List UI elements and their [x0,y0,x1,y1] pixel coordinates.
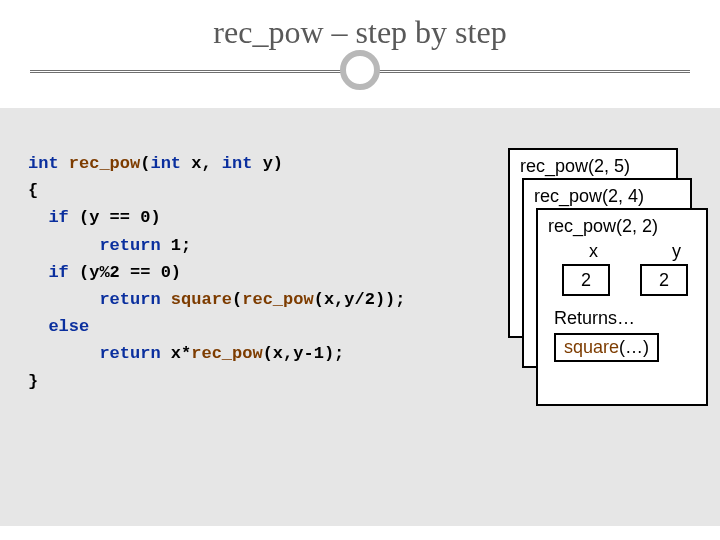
returns-value: square(…) [554,333,659,362]
fn-rec-pow: rec_pow [191,344,262,363]
title-divider [0,70,720,73]
var-values: 2 2 [562,264,696,296]
frame-call: rec_pow(2, 5) [520,156,666,177]
kw-int: int [222,154,253,173]
kw-if: if [48,263,68,282]
fn-square: square [564,337,619,357]
var-labels: x y [574,241,696,262]
kw-return: return [99,344,160,363]
slide: rec_pow – step by step int rec_pow(int x… [0,0,720,540]
slide-title: rec_pow – step by step [0,14,720,51]
kw-return: return [99,236,160,255]
frame-call: rec_pow(2, 4) [534,186,680,207]
kw-int: int [28,154,59,173]
fn-rec-pow: rec_pow [242,290,313,309]
kw-else: else [48,317,89,336]
stack-frame-2: rec_pow(2, 2) x y 2 2 Returns… square(…) [536,208,708,406]
kw-int: int [150,154,181,173]
fn-square: square [171,290,232,309]
var-y-value: 2 [640,264,688,296]
fn-rec-pow: rec_pow [69,154,140,173]
frame-call: rec_pow(2, 2) [548,216,696,237]
var-x-label: x [574,241,613,262]
var-x-value: 2 [562,264,610,296]
returns-label: Returns… [554,308,696,329]
kw-if: if [48,208,68,227]
var-y-label: y [657,241,696,262]
kw-return: return [99,290,160,309]
divider-ring-icon [340,50,380,90]
code-block: int rec_pow(int x, int y) { if (y == 0) … [28,150,406,395]
